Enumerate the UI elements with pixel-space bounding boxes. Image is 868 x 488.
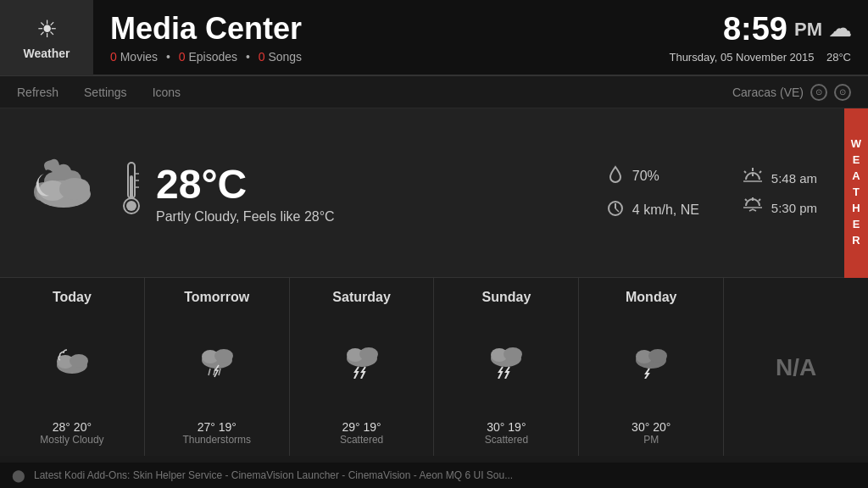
forecast-day-2: Saturday	[332, 290, 390, 305]
svg-point-2	[59, 178, 90, 200]
nav-refresh[interactable]: Refresh	[17, 86, 58, 99]
current-temp-header: 28°C	[826, 51, 851, 64]
app-title: Media Center	[110, 11, 652, 47]
sunrise-icon	[743, 168, 763, 189]
svg-line-20	[745, 199, 747, 201]
temp-info: 28°C Partly Cloudy, Feels like 28°C	[156, 161, 335, 225]
header-right: 8:59 PM ☁ Thursday, 05 November 2015 28°…	[669, 11, 868, 64]
svg-line-30	[219, 369, 220, 375]
forecast-na: N/A	[724, 278, 868, 456]
header-stats: 0 Movies • 0 Episodes • 0 Songs	[110, 50, 652, 64]
forecast-na-label: N/A	[776, 354, 816, 381]
footer-text: Latest Kodi Add-Ons: Skin Helper Service…	[34, 469, 513, 481]
episodes-count: 0	[179, 50, 186, 64]
svg-line-14	[744, 171, 746, 173]
nav-icons[interactable]: Icons	[153, 86, 181, 99]
badge-label: Weather	[24, 47, 70, 60]
forecast-temps-4: 30° 20° PM	[632, 420, 670, 446]
footer-icon: ⬤	[12, 469, 25, 482]
sun-icon: ☀	[36, 15, 58, 43]
forecast-icon-2	[342, 341, 382, 385]
header: ☀ Weather Media Center 0 Movies • 0 Epis…	[0, 0, 868, 76]
sunrise-value: 5:48 am	[771, 171, 817, 186]
forecast-icon-3	[486, 341, 526, 385]
feels-like: Partly Cloudy, Feels like 28°C	[156, 209, 335, 225]
location-name: Caracas (VE)	[732, 86, 804, 99]
forecast-row: Today 28° 20° Mostly Cloudy Tomorrow	[0, 278, 868, 456]
date: Thursday, 05 November 2015 28°C	[669, 51, 851, 64]
nav-bar: Refresh Settings Icons Caracas (VE) ⊙ ⊙	[0, 76, 868, 108]
svg-point-27	[214, 349, 233, 363]
svg-line-15	[760, 171, 761, 173]
location: Caracas (VE) ⊙ ⊙	[732, 84, 851, 101]
cloud-icon: ☁	[829, 16, 851, 42]
forecast-today: Today 28° 20° Mostly Cloudy	[0, 278, 145, 456]
wind-value: 4 km/h, NE	[632, 202, 699, 218]
footer: ⬤ Latest Kodi Add-Ons: Skin Helper Servi…	[0, 463, 868, 488]
svg-point-33	[359, 347, 378, 361]
main-temperature: 28°C	[156, 161, 335, 208]
forecast-day-0: Today	[53, 290, 92, 305]
wind-icon	[607, 200, 624, 221]
time-period: PM	[794, 19, 822, 41]
time-value: 8:59	[723, 11, 787, 47]
forecast-temps-3: 30° 19° Scattered	[485, 420, 528, 446]
current-weather-icon	[25, 158, 102, 227]
forecast-temps-2: 29° 19° Scattered	[340, 420, 383, 446]
episodes-label: Episodes	[188, 50, 237, 64]
current-weather: 28°C Partly Cloudy, Feels like 28°C	[0, 108, 590, 277]
svg-line-12	[615, 208, 619, 212]
svg-line-21	[759, 199, 760, 201]
forecast-sunday: Sunday 30° 19° Scattered	[434, 278, 579, 456]
forecast-day-4: Monday	[626, 290, 676, 305]
songs-label: Songs	[268, 50, 302, 64]
sunset-value: 5:30 pm	[771, 201, 817, 215]
nav-settings[interactable]: Settings	[84, 86, 127, 99]
sunset-icon	[743, 197, 763, 219]
humidity-value: 70%	[632, 169, 659, 184]
forecast-temps-1: 27° 19° Thunderstorms	[182, 420, 251, 446]
svg-point-6	[126, 201, 136, 211]
svg-point-24	[70, 354, 88, 368]
forecast-icon-0	[52, 343, 92, 383]
svg-point-39	[648, 349, 667, 363]
forecast-day-1: Tomorrow	[184, 290, 249, 305]
header-center: Media Center 0 Movies • 0 Episodes • 0 S…	[93, 11, 669, 64]
weather-details: 70% 4 km/h, NE	[590, 108, 743, 277]
svg-rect-4	[130, 175, 133, 199]
sunset-row: 5:30 pm	[743, 197, 817, 219]
svg-line-28	[209, 369, 210, 375]
movies-label: Movies	[120, 50, 158, 64]
location-icon-2[interactable]: ⊙	[834, 84, 851, 101]
location-icon-1[interactable]: ⊙	[810, 84, 827, 101]
forecast-icon-4	[631, 341, 671, 385]
thermometer-icon	[119, 158, 144, 228]
forecast-tomorrow: Tomorrow 27° 19° Thunderstorms	[145, 278, 290, 456]
forecast-icon-1	[197, 341, 237, 385]
weather-badge: ☀ Weather	[0, 0, 93, 75]
songs-count: 0	[259, 50, 265, 64]
forecast-day-3: Sunday	[482, 290, 531, 305]
sunrise-row: 5:48 am	[743, 168, 817, 189]
wind-row: 4 km/h, NE	[607, 200, 709, 221]
clock: 8:59 PM ☁	[669, 11, 851, 47]
vertical-weather-label: WEATHER	[844, 108, 868, 278]
movies-count: 0	[110, 50, 117, 64]
humidity-icon	[607, 165, 624, 188]
forecast-monday: Monday 30° 20° PM	[579, 278, 724, 456]
svg-point-36	[504, 347, 522, 361]
temp-block: 28°C Partly Cloudy, Feels like 28°C	[119, 158, 335, 228]
humidity-row: 70%	[607, 165, 709, 188]
main-weather-panel: 28°C Partly Cloudy, Feels like 28°C 70%	[0, 108, 868, 278]
forecast-saturday: Saturday 29° 19° Scattered	[290, 278, 435, 456]
forecast-temps-0: 28° 20° Mostly Cloudy	[40, 420, 103, 446]
